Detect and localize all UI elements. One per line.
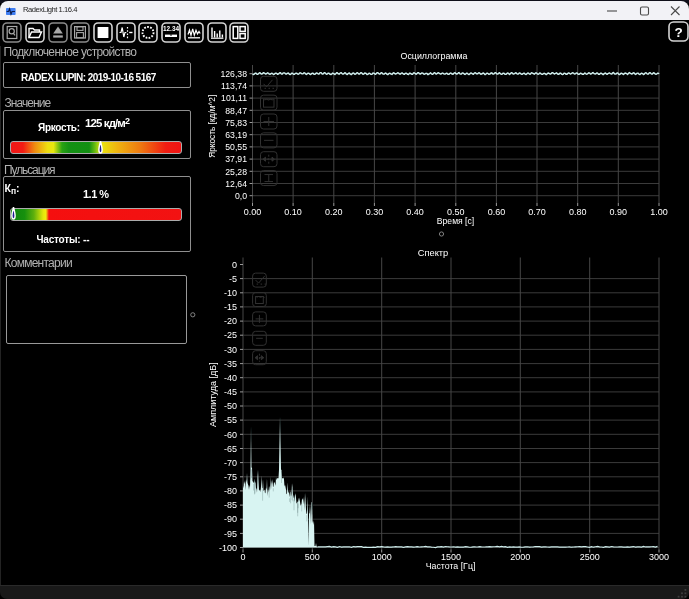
svg-text:0: 0 [232, 260, 237, 270]
svg-text:-35: -35 [224, 359, 237, 369]
svg-text:37,91: 37,91 [225, 154, 247, 164]
svg-text:63,19: 63,19 [225, 130, 247, 140]
svg-text:-50: -50 [224, 401, 237, 411]
svg-text:12,64: 12,64 [225, 179, 247, 189]
svg-text:Осциллограмма: Осциллограмма [400, 51, 467, 61]
svg-text:-30: -30 [224, 345, 237, 355]
svg-text:2500: 2500 [580, 552, 600, 562]
svg-text:-45: -45 [224, 387, 237, 397]
svg-text:88,47: 88,47 [225, 106, 247, 116]
svg-text:2000: 2000 [510, 552, 530, 562]
svg-text:1000: 1000 [372, 552, 392, 562]
svg-text:0,0: 0,0 [235, 191, 247, 201]
svg-text:0.10: 0.10 [284, 207, 302, 217]
svg-text:0.40: 0.40 [406, 207, 424, 217]
svg-text:Время [с]: Время [с] [437, 216, 474, 226]
svg-text:-20: -20 [224, 316, 237, 326]
svg-text:101,11: 101,11 [221, 93, 247, 103]
svg-text:-65: -65 [224, 444, 237, 454]
svg-text:-10: -10 [224, 288, 237, 298]
svg-text:Спектр: Спектр [418, 248, 449, 258]
svg-text:1500: 1500 [441, 552, 461, 562]
svg-text:0.00: 0.00 [244, 207, 262, 217]
svg-text:-40: -40 [224, 373, 237, 383]
svg-text:113,74: 113,74 [221, 81, 247, 91]
svg-text:0.30: 0.30 [366, 207, 384, 217]
svg-text:0.70: 0.70 [528, 207, 546, 217]
svg-text:-80: -80 [224, 486, 237, 496]
svg-text:Амплитуда [дБ]: Амплитуда [дБ] [209, 362, 219, 427]
svg-text:-60: -60 [224, 430, 237, 440]
svg-text:0.60: 0.60 [488, 207, 506, 217]
svg-text:0.20: 0.20 [325, 207, 343, 217]
svg-text:-25: -25 [224, 330, 237, 340]
svg-text:0.50: 0.50 [447, 207, 465, 217]
svg-text:0.80: 0.80 [569, 207, 587, 217]
svg-text:50,55: 50,55 [225, 142, 247, 152]
svg-text:-55: -55 [224, 415, 237, 425]
svg-text:126,38: 126,38 [220, 69, 247, 79]
svg-text:75,83: 75,83 [225, 118, 247, 128]
svg-text:25,28: 25,28 [225, 167, 247, 177]
svg-text:Частота [Гц]: Частота [Гц] [426, 561, 476, 571]
svg-text:3000: 3000 [649, 552, 669, 562]
svg-text:-75: -75 [224, 472, 237, 482]
svg-text:-5: -5 [229, 274, 237, 284]
svg-text:1.00: 1.00 [650, 207, 668, 217]
svg-text:-95: -95 [224, 529, 237, 539]
svg-text:Яркость [кд/м^2]: Яркость [кд/м^2] [207, 95, 217, 158]
svg-text:500: 500 [305, 552, 320, 562]
svg-text:-90: -90 [224, 514, 237, 524]
svg-text:-100: -100 [219, 543, 237, 553]
svg-text:-70: -70 [224, 458, 237, 468]
svg-text:-15: -15 [224, 302, 237, 312]
svg-text:-85: -85 [224, 500, 237, 510]
svg-text:0: 0 [240, 552, 245, 562]
svg-text:0.90: 0.90 [610, 207, 628, 217]
